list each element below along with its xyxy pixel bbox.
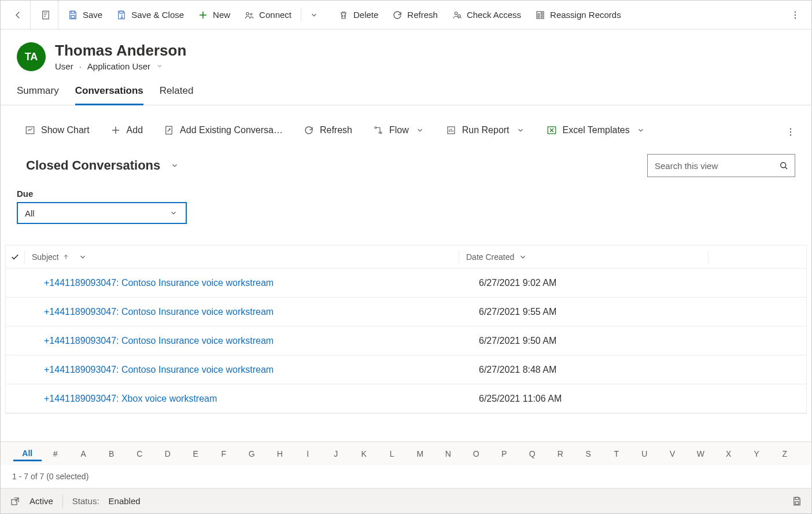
record-role: Application User: [87, 61, 150, 71]
popout-icon[interactable]: [10, 496, 20, 506]
letter-filter[interactable]: N: [434, 449, 463, 458]
excel-icon: [547, 125, 557, 135]
due-dropdown[interactable]: All: [17, 202, 187, 224]
letter-filter[interactable]: All: [13, 449, 42, 461]
more-vertical-icon: [790, 10, 800, 20]
new-button[interactable]: New: [191, 6, 237, 24]
column-subject[interactable]: Subject: [25, 252, 459, 262]
check-access-button[interactable]: Check Access: [445, 6, 528, 24]
letter-filter[interactable]: Y: [743, 449, 771, 458]
letter-filter[interactable]: I: [294, 449, 322, 458]
letter-filter[interactable]: P: [490, 449, 519, 458]
connect-icon: [244, 10, 254, 20]
refresh-icon: [392, 10, 403, 20]
plus-icon: [110, 125, 121, 135]
letter-filter[interactable]: K: [350, 449, 378, 458]
back-button[interactable]: [5, 1, 31, 30]
row-subject-link[interactable]: +1441189093047: Xbox voice workstream: [28, 394, 479, 404]
letter-filter[interactable]: R: [547, 449, 575, 458]
tab-summary[interactable]: Summary: [17, 85, 59, 105]
trash-icon: [338, 10, 349, 20]
svg-rect-10: [541, 13, 542, 17]
svg-point-23: [781, 163, 786, 168]
view-title-text: Closed Conversations: [26, 158, 160, 173]
letter-filter[interactable]: J: [322, 449, 350, 458]
row-subject-link[interactable]: +1441189093047: Contoso Insurance voice …: [28, 307, 479, 317]
row-subject-link[interactable]: +1441189093047: Contoso Insurance voice …: [28, 278, 479, 288]
letter-filter[interactable]: A: [69, 449, 98, 458]
excel-templates-button[interactable]: Excel Templates: [543, 122, 649, 139]
table-row[interactable]: +1441189093047: Contoso Insurance voice …: [6, 269, 806, 298]
refresh-button[interactable]: Refresh: [385, 6, 445, 24]
flow-button[interactable]: Flow: [370, 122, 429, 139]
pager-text: 1 - 7 of 7 (0 selected): [1, 465, 811, 488]
delete-button[interactable]: Delete: [331, 6, 385, 24]
tab-related[interactable]: Related: [160, 85, 194, 105]
add-existing-icon: [164, 125, 174, 135]
letter-filter[interactable]: #: [42, 449, 70, 458]
avatar: TA: [17, 42, 46, 71]
list-refresh-button[interactable]: Refresh: [300, 122, 356, 139]
chevron-down-icon: [515, 125, 526, 135]
form-selector-button[interactable]: [33, 1, 58, 30]
table-row[interactable]: +1441189093047: Xbox voice workstream 6/…: [6, 384, 806, 413]
letter-filter[interactable]: E: [182, 449, 210, 458]
add-existing-button[interactable]: Add Existing Conversa…: [160, 122, 286, 139]
svg-rect-3: [120, 11, 123, 13]
new-label: New: [213, 10, 230, 20]
save-button[interactable]: Save: [61, 6, 109, 24]
letter-filter[interactable]: O: [462, 449, 490, 458]
svg-rect-25: [795, 497, 799, 500]
table-row[interactable]: +1441189093047: Contoso Insurance voice …: [6, 298, 806, 326]
select-all-checkbox[interactable]: [6, 252, 24, 262]
tab-conversations[interactable]: Conversations: [75, 85, 143, 105]
letter-filter[interactable]: B: [98, 449, 126, 458]
letter-filter[interactable]: H: [266, 449, 294, 458]
list-overflow-button[interactable]: [780, 123, 801, 141]
letter-filter[interactable]: S: [574, 449, 603, 458]
letter-filter[interactable]: Q: [518, 449, 547, 458]
command-overflow-button[interactable]: [784, 1, 807, 30]
flow-icon: [373, 125, 383, 135]
svg-point-11: [795, 11, 796, 12]
svg-point-16: [375, 127, 377, 128]
save-icon: [68, 10, 78, 20]
letter-filter[interactable]: W: [686, 449, 715, 458]
letter-filter[interactable]: C: [126, 449, 154, 458]
save-close-button[interactable]: Save & Close: [109, 6, 191, 24]
connect-button[interactable]: Connect: [237, 6, 298, 24]
letter-filter[interactable]: G: [238, 449, 266, 458]
view-title[interactable]: Closed Conversations: [26, 158, 180, 173]
svg-point-21: [790, 131, 791, 133]
separator: [708, 251, 708, 263]
separator: [62, 495, 63, 508]
letter-filter[interactable]: U: [630, 449, 659, 458]
main-command-bar: Save Save & Close New Connect: [1, 1, 811, 30]
role-dropdown-button[interactable]: [156, 61, 163, 71]
connect-split-button[interactable]: [304, 1, 324, 30]
letter-filter[interactable]: V: [659, 449, 687, 458]
letter-filter[interactable]: Z: [771, 449, 799, 458]
add-button[interactable]: Add: [107, 122, 146, 139]
table-row[interactable]: +1441189093047: Contoso Insurance voice …: [6, 355, 806, 384]
letter-filter[interactable]: X: [715, 449, 743, 458]
form-icon: [40, 10, 51, 20]
letter-filter[interactable]: L: [378, 449, 407, 458]
save-close-icon: [116, 10, 127, 20]
letter-filter[interactable]: F: [210, 449, 238, 458]
more-vertical-icon: [785, 127, 796, 137]
run-report-button[interactable]: Run Report: [442, 122, 529, 139]
column-date-created[interactable]: Date Created: [459, 252, 708, 262]
row-subject-link[interactable]: +1441189093047: Contoso Insurance voice …: [28, 365, 479, 375]
search-input[interactable]: [654, 160, 778, 171]
show-chart-button[interactable]: Show Chart: [21, 122, 93, 139]
search-box[interactable]: [647, 154, 795, 177]
reassign-button[interactable]: Reassign Records: [528, 6, 628, 24]
row-subject-link[interactable]: +1441189093047: Contoso Insurance voice …: [28, 336, 479, 346]
letter-filter[interactable]: T: [603, 449, 631, 458]
letter-filter[interactable]: M: [406, 449, 434, 458]
save-icon[interactable]: [792, 496, 802, 506]
letter-filter[interactable]: D: [154, 449, 182, 458]
table-row[interactable]: +1441189093047: Contoso Insurance voice …: [6, 326, 806, 355]
dot-separator: ·: [79, 61, 82, 71]
